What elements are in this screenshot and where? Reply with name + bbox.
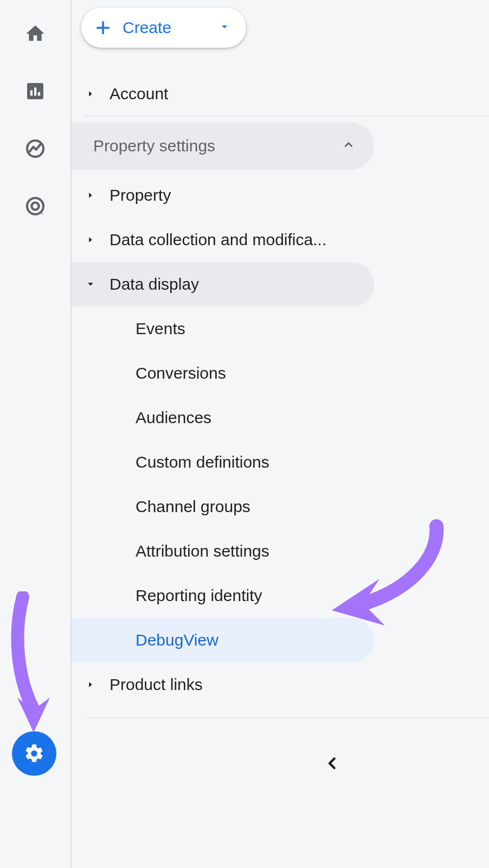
reports-icon[interactable] [22,78,48,104]
tree-item-data-display[interactable]: Data display [72,262,374,307]
caret-right-icon [72,235,110,244]
subitem-custom-definitions[interactable]: Custom definitions [72,440,374,484]
subitem-channel-groups[interactable]: Channel groups [72,484,374,529]
svg-rect-1 [30,90,33,95]
create-button[interactable]: + Create [81,8,246,48]
chevron-up-icon [342,138,356,154]
tree-item-property[interactable]: Property [72,173,489,218]
svg-rect-2 [34,87,36,95]
subitem-label: Attribution settings [136,542,269,560]
subitem-label: Reporting identity [136,586,262,605]
subitem-reporting-identity[interactable]: Reporting identity [72,573,374,618]
tree-item-product-links[interactable]: Product links [72,662,489,707]
section-property-settings[interactable]: Property settings [72,122,374,170]
chevron-down-icon [218,20,231,35]
settings-tree: Account Property settings Property Data … [72,72,489,718]
explore-icon[interactable] [22,136,48,162]
svg-rect-3 [38,92,40,96]
admin-panel: + Create Account Property settings Prope… [72,0,489,868]
plus-icon: + [95,15,111,41]
caret-right-icon [72,680,110,689]
divider [85,116,489,117]
caret-down-icon [72,280,110,289]
admin-gear-button[interactable] [12,731,56,776]
subitem-debugview[interactable]: DebugView [72,618,374,662]
subitem-label: Channel groups [136,497,250,516]
tree-item-account[interactable]: Account [72,72,489,116]
caret-right-icon [72,191,110,200]
subitem-conversions[interactable]: Conversions [72,351,374,395]
subitem-events[interactable]: Events [72,307,374,351]
tree-item-data-collection[interactable]: Data collection and modifica... [72,218,489,262]
svg-point-6 [31,202,38,209]
subitem-label: Events [136,320,185,338]
tree-item-label: Product links [110,675,203,694]
section-label: Property settings [93,137,342,155]
tree-item-label: Data collection and modifica... [110,231,326,249]
subitem-label: DebugView [136,631,218,649]
create-label: Create [123,18,171,37]
subitem-attribution-settings[interactable]: Attribution settings [72,529,374,573]
advertising-icon[interactable] [22,193,48,219]
tree-item-label: Property [110,186,171,205]
subitem-label: Conversions [136,364,226,382]
tree-item-label: Account [110,85,168,103]
subitem-label: Custom definitions [136,453,269,471]
home-icon[interactable] [22,21,48,47]
collapse-panel-button[interactable] [324,755,340,774]
subitem-label: Audiences [136,409,211,427]
subitem-audiences[interactable]: Audiences [72,395,374,440]
caret-right-icon [72,90,110,98]
tree-item-label: Data display [110,275,199,293]
divider [85,718,489,718]
